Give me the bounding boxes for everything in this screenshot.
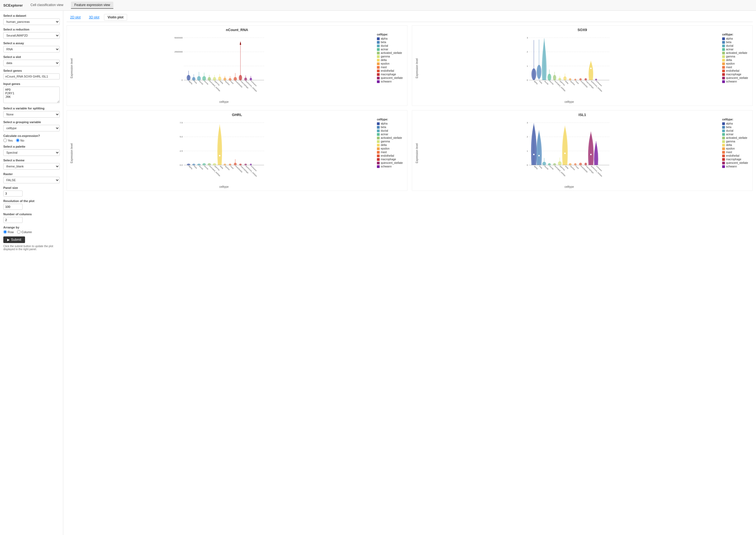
arrange-row-radio[interactable] <box>3 230 7 234</box>
sidebar: Select a dataset human_pancreas Select a… <box>0 11 63 535</box>
svg-text:acinar: acinar <box>204 80 209 85</box>
svg-text:beta: beta <box>539 80 543 84</box>
play-icon: ▶ <box>7 238 10 242</box>
ncount-svg-area: 5000000 2500000 0 <box>73 33 375 103</box>
dataset-label: Select a dataset <box>3 14 60 17</box>
svg-text:delta: delta <box>219 165 224 169</box>
svg-point-138 <box>538 155 540 156</box>
grouping-label: Select a grouping variable <box>3 121 60 124</box>
assay-select[interactable]: RNA <box>3 46 60 52</box>
ncount-legend-title: celltype: <box>377 33 405 36</box>
assay-label: Select a assay <box>3 42 60 45</box>
ncount-y-label: Expression level <box>69 58 73 78</box>
app-title: SCExplorer <box>3 3 23 8</box>
isl1-y-label: Expression level <box>414 143 419 163</box>
coexpression-label: Calculate co-expression? <box>3 134 60 137</box>
plot-isl1-title: ISL1 <box>414 113 750 117</box>
genes-input[interactable] <box>3 73 60 79</box>
coexpression-no-radio[interactable] <box>16 139 19 142</box>
palette-select[interactable]: Spectral <box>3 149 60 156</box>
coexpression-yes-radio[interactable] <box>3 139 7 142</box>
dataset-select[interactable]: human_pancreas <box>3 18 60 25</box>
svg-text:ductal: ductal <box>544 165 549 170</box>
raster-select[interactable]: FALSE <box>3 177 60 183</box>
raster-label: Raster <box>3 172 60 176</box>
isl1-x-label: celltype <box>419 185 720 188</box>
plot-tabs: 2D plot 3D plot Violin plot <box>67 14 753 22</box>
palette-label: Select a palette <box>3 145 60 148</box>
sox9-y-label: Expression level <box>414 58 419 78</box>
ghrl-legend: celltype: alpha beta ductal acinar activ… <box>375 118 405 188</box>
tab-3d-plot[interactable]: 3D plot <box>85 14 103 21</box>
sox9-svg-area: 3 2 1 0 <box>419 33 720 103</box>
plot-isl1: ISL1 Expression level 3 2 1 0 <box>412 110 753 191</box>
svg-marker-29 <box>240 41 241 45</box>
grouping-select[interactable]: celltype <box>3 125 60 131</box>
svg-text:5000000: 5000000 <box>174 37 183 39</box>
svg-point-112 <box>250 164 252 165</box>
svg-text:7.5: 7.5 <box>180 122 183 124</box>
panel-size-input[interactable] <box>3 190 22 197</box>
plot-ghrl: GHRL Expression level 7.5 5.0 2.5 0.0 <box>67 110 407 191</box>
svg-text:beta: beta <box>194 80 198 84</box>
num-columns-label: Number of columns <box>3 212 60 216</box>
tab-feature-expression[interactable]: Feature expression view <box>71 2 113 9</box>
svg-text:0: 0 <box>527 164 528 166</box>
svg-text:epsilon: epsilon <box>570 80 575 86</box>
svg-point-74 <box>590 68 592 69</box>
svg-text:delta: delta <box>565 80 569 84</box>
svg-text:acinar: acinar <box>204 165 209 170</box>
tab-2d-plot[interactable]: 2D plot <box>67 14 84 21</box>
split-select[interactable]: None <box>3 111 60 118</box>
svg-text:delta: delta <box>565 165 569 169</box>
svg-text:beta: beta <box>194 165 198 169</box>
svg-text:ductal: ductal <box>544 80 549 85</box>
plot-ncount-rna-title: nCount_RNA <box>69 28 405 32</box>
svg-text:0: 0 <box>527 79 528 81</box>
tab-cell-classification[interactable]: Cell classification view <box>27 2 67 9</box>
slot-select[interactable]: data <box>3 60 60 66</box>
isl1-legend-title: celltype: <box>722 118 750 121</box>
submit-hint: Click the submit button to update the pl… <box>3 245 60 251</box>
plot-ncount-rna: nCount_RNA Expression level 5000000 250 <box>67 25 407 106</box>
svg-point-70 <box>574 79 576 81</box>
svg-text:2: 2 <box>527 135 528 138</box>
arrange-column-label[interactable]: Column <box>17 230 32 234</box>
ncount-x-label: celltype <box>73 100 375 103</box>
ghrl-svg-area: 7.5 5.0 2.5 0.0 <box>73 118 375 188</box>
svg-text:2.5: 2.5 <box>180 150 183 152</box>
resolution-label: Resolution of the plot <box>3 199 60 203</box>
submit-button[interactable]: ▶ Submit <box>3 237 25 243</box>
reduction-select[interactable]: SeuratUMAP2D <box>3 32 60 39</box>
coexpression-no-label[interactable]: No <box>16 139 24 142</box>
svg-text:epsilon: epsilon <box>224 80 230 86</box>
num-columns-input[interactable] <box>3 217 22 223</box>
input-genes-label: Input genes <box>3 82 60 86</box>
svg-text:ductal: ductal <box>199 80 204 85</box>
ncount-legend: celltype: alpha beta ductal acinar activ… <box>375 33 405 103</box>
input-genes-textarea[interactable]: HPD P2RY1 JRK <box>3 87 60 103</box>
svg-text:alpha: alpha <box>534 165 538 170</box>
reduction-label: Select a reduction <box>3 28 60 31</box>
theme-select[interactable]: theme_blank <box>3 163 60 170</box>
svg-point-136 <box>533 154 535 155</box>
plot-sox9: SOX9 Expression level 3 2 1 0 <box>412 25 753 106</box>
svg-text:2: 2 <box>527 51 528 53</box>
svg-text:5.0: 5.0 <box>180 135 183 138</box>
ghrl-legend-title: celltype: <box>377 118 405 121</box>
ghrl-x-label: celltype <box>73 185 375 188</box>
svg-text:alpha: alpha <box>188 165 193 170</box>
svg-point-105 <box>219 155 220 156</box>
svg-text:beta: beta <box>539 165 543 169</box>
svg-point-75 <box>595 79 597 81</box>
tab-violin-plot[interactable]: Violin plot <box>104 14 127 21</box>
svg-text:acinar: acinar <box>549 165 554 170</box>
arrange-row-label[interactable]: Row <box>3 230 14 234</box>
svg-point-152 <box>590 154 592 155</box>
coexpression-yes-label[interactable]: Yes <box>3 139 13 142</box>
resolution-input[interactable] <box>3 204 22 210</box>
svg-text:mast: mast <box>230 165 234 169</box>
svg-text:3: 3 <box>527 37 528 39</box>
arrange-column-radio[interactable] <box>17 230 21 234</box>
svg-text:0.0: 0.0 <box>180 164 183 166</box>
